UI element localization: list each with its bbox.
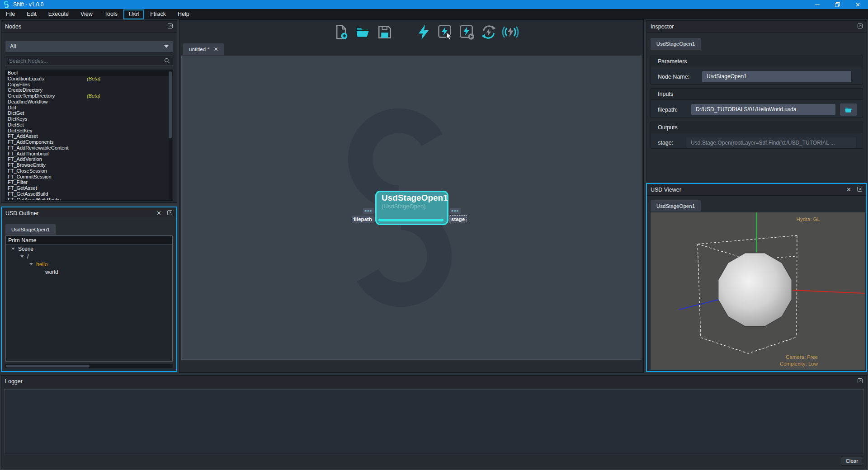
menu-item-execute[interactable]: Execute [42,9,75,19]
browse-file-button[interactable] [840,103,857,116]
node-list-item[interactable]: FT_GetAssetBuild [5,191,173,197]
input-port-filepath[interactable]: filepath [352,216,374,223]
node-type-label: FT_CommitSession [8,174,52,179]
nodes-panel: Nodes All BoolConditionEquals(Be [1,20,177,203]
node-list-item[interactable]: FT_AddAsset [5,133,173,139]
node-filter-dropdown[interactable]: All [5,41,173,52]
x-axis-line [793,290,865,293]
execute-selected-button[interactable] [437,23,454,41]
save-graph-button[interactable] [376,23,393,41]
viewer-title: USD Viewer [651,187,681,193]
clear-log-button[interactable]: Clear [841,456,863,465]
chevron-down-icon[interactable] [20,255,24,258]
menu-item-file[interactable]: File [0,9,21,19]
node-filter-value: All [5,43,16,50]
node-list-item[interactable]: FT_AddVersion [5,156,173,162]
search-input[interactable] [5,56,173,66]
node-list-item[interactable]: FT_CommitSession [5,174,173,180]
beta-badge: (Beta) [87,76,100,82]
popout-button[interactable] [857,23,863,31]
re-execute-button[interactable] [480,23,497,41]
inspector-node-tab[interactable]: UsdStageOpen1 [651,38,701,50]
node-type-label: (UsdStageOpen) [377,203,447,210]
camera-complexity-hud: Camera: Free Complexity: Low [780,354,818,367]
minimize-button[interactable] [807,0,827,9]
menu-item-usd[interactable]: Usd [123,9,144,19]
inspector-title: Inspector [651,24,674,30]
chevron-down-icon[interactable] [11,248,15,250]
close-panel-button[interactable]: ✕ [846,187,851,193]
node-list-item[interactable]: DictKeys [5,116,173,122]
scrollbar-thumb[interactable] [169,71,172,138]
node-type-label: DictKeys [8,116,27,122]
usd-stage-open-node[interactable]: UsdStageOpen1 (UsdStageOpen) [375,191,448,225]
node-list-item[interactable]: DictSet [5,122,173,128]
new-graph-button[interactable] [333,23,350,41]
scrollbar-thumb[interactable] [6,365,90,367]
node-list-item[interactable]: FT_GetAssetBuildTasks [5,197,173,201]
stage-output-value: Usd.Stage.Open(rootLayer=Sdf.Find('d:/US… [686,137,856,148]
node-list-item[interactable]: FT_GetAsset [5,185,173,191]
horizontal-scrollbar [5,364,173,368]
chevron-down-icon [164,45,169,48]
node-name-field[interactable]: UsdStageOpen1 [702,71,851,82]
tab-close-icon[interactable]: ✕ [214,46,218,52]
node-list-item[interactable]: DeadlineWorkflow [5,99,173,105]
menu-item-help[interactable]: Help [172,9,195,19]
node-list-item[interactable]: FT_CloseSession [5,168,173,174]
tree-item[interactable]: world [6,268,172,276]
filepath-field[interactable]: D:/USD_TUTORIALS/01/HelloWorld.usda [691,104,835,115]
node-list-item[interactable]: DictGet [5,110,173,116]
viewer-stage-tab[interactable]: UsdStageOpen1 [651,200,701,212]
output-port-stage[interactable]: stage [449,215,467,222]
node-list-item[interactable]: CreateTempDirectory(Beta) [5,93,173,99]
nodes-panel-header: Nodes [1,21,177,33]
tree-item[interactable]: Scene [6,245,172,253]
menu-item-edit[interactable]: Edit [21,9,42,19]
node-list-item[interactable]: FT_AddComponents [5,139,173,145]
node-list-item[interactable]: FT_AddReviewableContent [5,145,173,151]
tree-item[interactable]: hello [6,260,172,268]
node-graph-canvas[interactable]: UsdStageOpen1 (UsdStageOpen) >>> filepat… [181,56,642,360]
menu-item-view[interactable]: View [75,9,99,19]
node-list-item[interactable]: CreateDirectory [5,87,173,93]
outliner-title: USD Outliner [5,210,39,216]
node-list-item[interactable]: ConditionEquals(Beta) [5,76,173,82]
output-port-arrows[interactable]: >>> [450,208,461,214]
input-port-arrows[interactable]: >>> [363,208,374,214]
log-output-area[interactable] [4,389,864,455]
live-execute-button[interactable] [502,23,519,41]
execute-selected-icon [437,24,454,41]
usd-3d-viewport[interactable]: Hydra: GL Camera: Free Complexity: Low [651,212,865,370]
popout-button[interactable] [167,209,173,217]
close-button[interactable]: ✕ [848,0,868,9]
node-list-item[interactable]: FT_Filter [5,179,173,185]
node-list-item[interactable]: CopyFiles [5,82,173,88]
node-type-label: DictSet [8,122,24,127]
graph-tab-untitled[interactable]: untitled * ✕ [183,43,224,55]
node-list-item[interactable]: Dict [5,105,173,111]
node-list-item[interactable]: DictSetKey [5,128,173,134]
popout-button[interactable] [167,23,173,31]
execute-button[interactable] [415,23,432,41]
popout-button[interactable] [857,377,863,385]
usd-outliner-panel: USD Outliner ✕ UsdStageOpen1 Prim Name S… [1,207,177,372]
execute-to-node-button[interactable] [458,23,476,41]
chevron-down-icon[interactable] [29,263,33,265]
open-folder-icon [355,24,371,40]
open-graph-button[interactable] [354,23,372,41]
node-list-item[interactable]: FT_AddThumbnail [5,151,173,157]
window-title: Shift - v1.0.0 [13,1,43,8]
menu-item-tools[interactable]: Tools [99,9,123,19]
node-type-label: CreateDirectory [8,87,42,93]
restore-button[interactable] [827,0,848,9]
outliner-stage-tab[interactable]: UsdStageOpen1 [5,224,56,235]
close-panel-button[interactable]: ✕ [156,210,161,216]
tree-item[interactable]: / [6,253,172,260]
node-list-item[interactable]: Bool [5,70,173,76]
node-list-item[interactable]: FT_BrowseEntity [5,162,173,168]
node-type-label: FT_GetAsset [8,185,37,191]
menu-item-ftrack[interactable]: Ftrack [144,9,172,19]
inputs-section: Inputs filepath: D:/USD_TUTORIALS/01/Hel… [651,88,863,118]
popout-button[interactable] [857,186,863,194]
